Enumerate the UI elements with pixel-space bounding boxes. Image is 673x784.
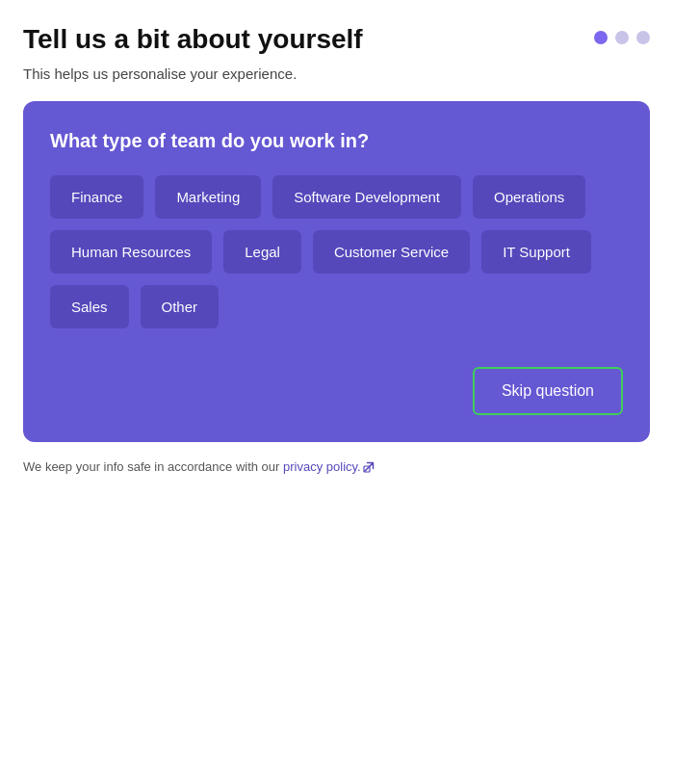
page-subtitle: This helps us personalise your experienc… bbox=[23, 65, 650, 82]
option-button-operations[interactable]: Operations bbox=[473, 175, 585, 219]
option-button-customer-service[interactable]: Customer Service bbox=[313, 230, 470, 274]
page-title: Tell us a bit about yourself bbox=[23, 23, 363, 56]
option-button-finance[interactable]: Finance bbox=[50, 175, 143, 219]
privacy-text: We keep your info safe in accordance wit… bbox=[23, 459, 283, 474]
question-card: What type of team do you work in? Financ… bbox=[23, 101, 650, 442]
progress-dot-1 bbox=[594, 31, 608, 44]
page-header: Tell us a bit about yourself bbox=[23, 23, 650, 56]
option-button-it-support[interactable]: IT Support bbox=[481, 230, 591, 274]
progress-dots bbox=[594, 23, 650, 44]
card-question: What type of team do you work in? bbox=[50, 130, 623, 152]
option-button-legal[interactable]: Legal bbox=[223, 230, 301, 274]
option-button-software-development[interactable]: Software Development bbox=[272, 175, 461, 219]
skip-button[interactable]: Skip question bbox=[473, 367, 623, 415]
privacy-note: We keep your info safe in accordance wit… bbox=[23, 459, 650, 474]
option-button-other[interactable]: Other bbox=[141, 285, 220, 328]
card-footer: Skip question bbox=[50, 367, 623, 415]
option-button-human-resources[interactable]: Human Resources bbox=[50, 230, 212, 274]
external-link-icon bbox=[363, 461, 375, 473]
options-grid: FinanceMarketingSoftware DevelopmentOper… bbox=[50, 175, 623, 328]
option-button-sales[interactable]: Sales bbox=[50, 285, 129, 328]
progress-dot-3 bbox=[636, 31, 650, 44]
privacy-policy-link[interactable]: privacy policy. bbox=[283, 459, 375, 474]
option-button-marketing[interactable]: Marketing bbox=[155, 175, 261, 219]
progress-dot-2 bbox=[615, 31, 629, 44]
